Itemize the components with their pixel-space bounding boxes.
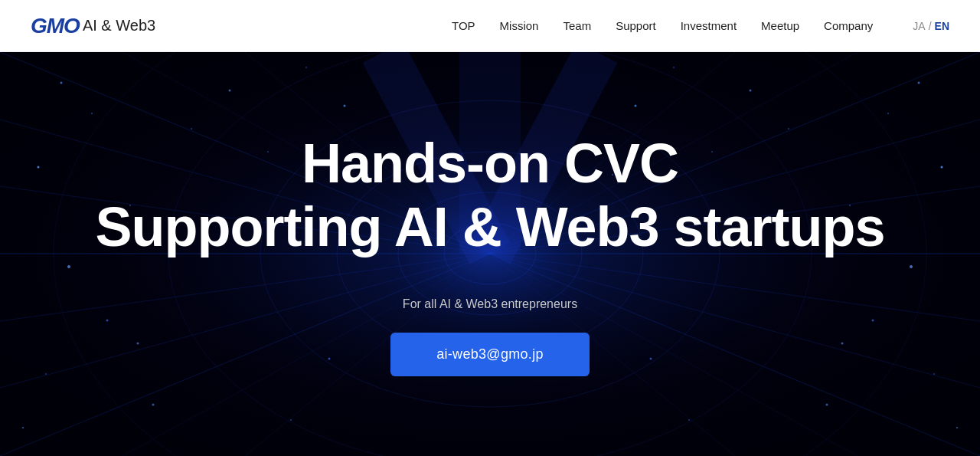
svg-point-32: [38, 166, 40, 169]
nav-item-top[interactable]: TOP: [452, 19, 475, 32]
svg-point-30: [60, 82, 63, 84]
hero-section: Hands-on CVC Supporting AI & Web3 startu…: [0, 52, 980, 456]
nav-item-support[interactable]: Support: [616, 19, 656, 32]
svg-point-37: [152, 404, 155, 406]
svg-point-39: [191, 128, 192, 130]
svg-point-58: [750, 90, 752, 92]
svg-point-44: [344, 105, 346, 107]
lang-divider: /: [929, 20, 932, 32]
nav-item-team[interactable]: Team: [563, 19, 591, 32]
nav-item-mission[interactable]: Mission: [500, 19, 539, 32]
language-switcher: JA / EN: [913, 20, 949, 32]
svg-point-54: [933, 373, 935, 375]
svg-point-56: [956, 427, 958, 428]
svg-point-36: [45, 373, 47, 375]
lang-ja[interactable]: JA: [913, 20, 925, 32]
svg-point-57: [788, 128, 789, 130]
hero-title: Hands-on CVC Supporting AI & Web3 startu…: [95, 132, 884, 259]
nav-item-meetup[interactable]: Meetup: [761, 19, 799, 32]
hero-title-line1: Hands-on CVC: [302, 133, 678, 194]
hero-content: Hands-on CVC Supporting AI & Web3 startu…: [95, 132, 884, 376]
svg-point-40: [229, 90, 231, 92]
svg-point-65: [688, 419, 690, 421]
svg-point-47: [290, 419, 292, 421]
nav-item-company[interactable]: Company: [824, 19, 873, 32]
svg-point-61: [673, 67, 675, 68]
nav-item-investment[interactable]: Investment: [681, 19, 737, 32]
svg-point-55: [826, 404, 828, 406]
svg-point-48: [918, 82, 920, 84]
lang-en[interactable]: EN: [935, 20, 949, 32]
svg-point-31: [91, 113, 93, 114]
svg-point-34: [67, 265, 70, 268]
svg-point-38: [22, 427, 24, 428]
svg-point-43: [305, 67, 307, 68]
hero-title-line2: Supporting AI & Web3 startups: [95, 196, 884, 258]
hero-cta-button[interactable]: ai-web3@gmo.jp: [390, 333, 590, 376]
svg-point-49: [887, 113, 889, 114]
site-header: GMO AI & Web3 TOP Mission Team Support I…: [0, 0, 980, 52]
hero-subtitle: For all AI & Web3 entrepreneurs: [403, 297, 577, 311]
logo-gmo: GMO: [31, 14, 80, 38]
svg-point-62: [635, 105, 637, 107]
svg-point-52: [910, 265, 913, 268]
svg-point-50: [941, 166, 943, 169]
main-nav: TOP Mission Team Support Investment Meet…: [452, 19, 949, 32]
logo[interactable]: GMO AI & Web3: [31, 14, 155, 38]
logo-ai-web3: AI & Web3: [83, 17, 155, 34]
